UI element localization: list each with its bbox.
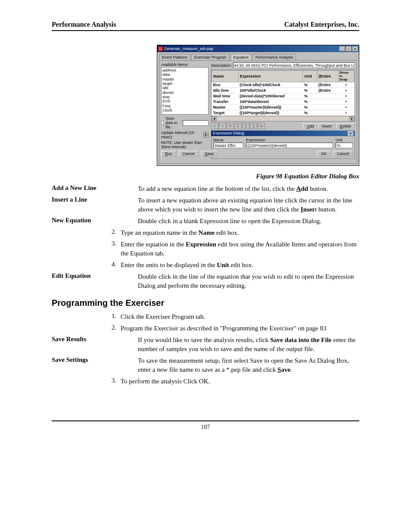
exp-expression-field[interactable] — [246, 143, 333, 148]
op-paren-close-button[interactable]: ) — [250, 123, 257, 129]
section-heading: Programming the Exerciser — [52, 298, 359, 308]
scroll-left-icon[interactable]: ◄ — [212, 116, 217, 121]
page-number: 107 — [201, 424, 210, 430]
desc-new-equation: Double click in a blank Expression line … — [138, 217, 359, 226]
expression-dialog: Expression Dialog × Name Expression — [211, 131, 355, 159]
step-text: Enter the equation in the Expression edi… — [121, 240, 359, 258]
list-item[interactable]: devsel — [162, 90, 207, 95]
term-add-new-line: Add a New Line — [52, 184, 138, 193]
desc-save-results: If you would like to save the analysis r… — [138, 336, 359, 354]
list-item[interactable]: idle — [162, 86, 207, 90]
add-button[interactable]: Add — [303, 123, 318, 129]
page-header: Performance Analysis Catalyst Enterprise… — [52, 21, 359, 31]
tab-exerciser-program[interactable]: Exerciser Program — [191, 54, 230, 60]
step-text: Program the Exerciser as described in "P… — [121, 324, 359, 333]
table-row[interactable]: Master((100*master)/(devsel))%× — [212, 105, 355, 110]
table-row[interactable]: Wait time(devsel-data)*100/devsel%× — [212, 93, 355, 99]
tab-row: Event Patterns Exerciser Program Equatio… — [159, 54, 357, 60]
col-show[interactable]: ShowInGrap — [338, 71, 354, 82]
step-text: To perform the analysis Click OK. — [121, 377, 359, 386]
titlebar-text: Generate_measure_adv.pap — [164, 47, 339, 51]
list-item[interactable]: master — [162, 77, 207, 81]
table-row[interactable]: Idle time100*idle/Clock%(Entire× — [212, 88, 355, 93]
update-interval-label: Update Interval (10 msec): — [161, 131, 200, 139]
op-plus-button[interactable]: + — [211, 123, 218, 129]
list-item[interactable]: Clock — [162, 108, 207, 112]
scroll-right-icon[interactable]: ► — [349, 116, 355, 121]
op-multiply-button[interactable]: × — [227, 123, 234, 129]
list-item[interactable]: data — [162, 72, 207, 77]
exp-unit-field[interactable] — [336, 143, 353, 148]
step-num: 3. — [52, 240, 121, 258]
col-name[interactable]: Name — [212, 71, 239, 82]
term-save-settings: Save Settings — [52, 356, 138, 374]
save-button[interactable]: Save — [201, 151, 218, 157]
description-field[interactable] — [233, 62, 355, 68]
cancel-button[interactable]: Cancel — [179, 151, 199, 157]
table-row[interactable]: Target((100*target)/(devsel))%× — [212, 110, 355, 116]
table-row[interactable]: Bus(Clock-idle)*100/Clock%(Entire× — [212, 82, 355, 88]
interval-note: NOTE: Use slower than 30ms intervals — [161, 140, 209, 149]
app-icon — [158, 47, 163, 51]
exp-cancel-button[interactable]: Cancel — [333, 151, 353, 157]
interval-spinner[interactable]: ▲▼ — [203, 132, 209, 138]
step-num: 4. — [52, 261, 121, 270]
tab-performance-analysis[interactable]: Performance Analysis — [252, 54, 296, 60]
desc-save-settings: To save the measurement setup, first sel… — [138, 356, 359, 374]
term-save-results: Save Results — [52, 336, 138, 354]
expression-dialog-title: Expression Dialog — [213, 131, 244, 136]
list-item[interactable]: EVS — [162, 99, 207, 103]
exp-name-field[interactable] — [213, 143, 243, 148]
maximize-button[interactable]: ▫ — [346, 46, 352, 51]
tab-event-patterns[interactable]: Event Patterns — [159, 54, 190, 60]
tab-equation[interactable]: Equation — [230, 54, 252, 60]
list-item[interactable]: target — [162, 81, 207, 86]
col-entire[interactable]: (Entire — [317, 71, 338, 82]
col-expression[interactable]: Expression — [238, 71, 303, 82]
save-data-label: Save data to file : — [165, 116, 181, 129]
op-back-button[interactable]: ⇐ — [258, 123, 265, 129]
table-row[interactable]: Transfer100*data/devsel%× — [212, 99, 355, 105]
description-label: Description: — [211, 63, 232, 68]
insert-button[interactable]: Insert — [318, 123, 336, 129]
desc-edit-equation: Double click in the line of the equation… — [138, 272, 359, 290]
step-num: 1. — [52, 312, 121, 321]
step-num: 2. — [52, 228, 121, 237]
expression-dialog-close-icon[interactable]: × — [348, 131, 353, 136]
available-items-list[interactable]: address data master target idle devsel s… — [161, 67, 209, 115]
list-item[interactable]: address — [162, 68, 207, 72]
exp-unit-label: Unit — [336, 138, 353, 142]
term-edit-equation: Edit Equation — [52, 272, 138, 290]
save-data-checkbox[interactable] — [161, 121, 164, 125]
term-new-equation: New Equation — [52, 217, 138, 226]
grid-hscroll[interactable]: ◄ ► — [212, 116, 355, 121]
exp-ok-button[interactable]: OK — [317, 151, 330, 157]
titlebar: Generate_measure_adv.pap _ ▫ × — [157, 45, 359, 52]
op-divide-button[interactable]: / — [234, 123, 242, 129]
delete-button[interactable]: Delete — [336, 123, 355, 129]
term-insert-line: Insert a Line — [52, 196, 138, 214]
operator-toolbar: + − × / ( ) ⇐ Add Insert Delete — [211, 123, 355, 129]
col-unit[interactable]: Unit — [303, 71, 317, 82]
op-paren-open-button[interactable]: ( — [242, 123, 249, 129]
close-button[interactable]: × — [352, 46, 358, 51]
minimize-button[interactable]: _ — [339, 46, 345, 51]
step-num: 3. — [52, 377, 121, 386]
available-items-label: Available Items: — [161, 62, 209, 67]
run-button[interactable]: Run — [161, 151, 176, 157]
save-data-file-field[interactable] — [183, 120, 209, 126]
step-text: Click the Exerciser Program tab. — [121, 312, 359, 321]
equation-grid[interactable]: Name Expression Unit (Entire ShowInGrap … — [211, 70, 355, 121]
step-text: Enter the units to be displayed in the U… — [121, 261, 359, 270]
page-footer: 107 — [52, 420, 359, 431]
exp-name-label: Name — [213, 138, 243, 142]
list-item[interactable]: stop — [162, 95, 207, 99]
step-num: 2. — [52, 324, 121, 333]
op-minus-button[interactable]: − — [219, 123, 226, 129]
figure-caption: Figure 98 Equation Editor Dialog Box — [52, 173, 359, 180]
list-item[interactable]: Freq — [162, 104, 207, 108]
desc-insert-line: To insert a new equation above an existi… — [138, 196, 359, 214]
equation-editor-window: Generate_measure_adv.pap _ ▫ × Event Pat… — [157, 45, 359, 166]
desc-add-new-line: To add a new equation line at the bottom… — [138, 184, 359, 193]
exp-expression-label: Expression — [246, 138, 333, 142]
